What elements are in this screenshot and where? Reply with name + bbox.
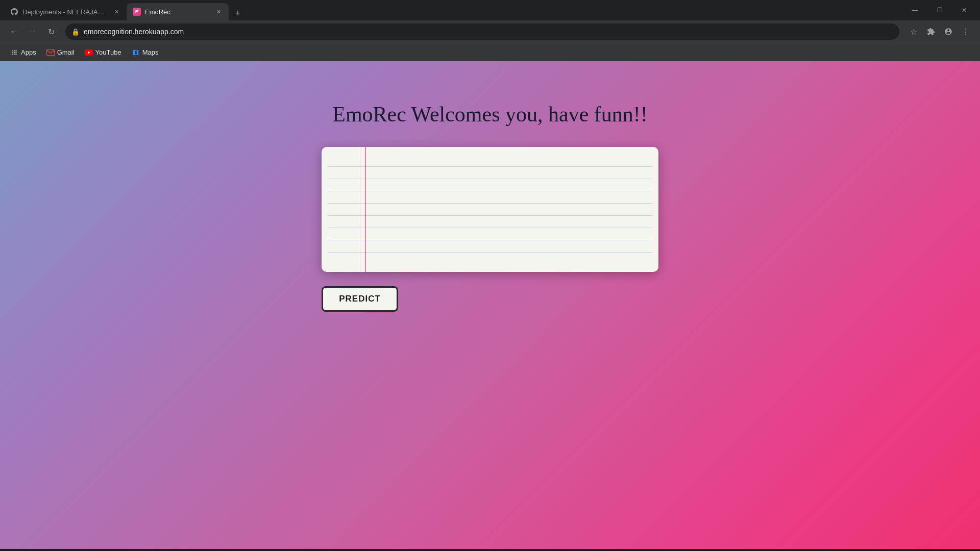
profile-button[interactable] (940, 23, 957, 40)
tab-deployments-close[interactable]: ✕ (112, 8, 120, 16)
emorec-favicon-icon: E (133, 8, 141, 16)
tab-emorec-title: EmoRec (145, 8, 210, 16)
tab-deployments[interactable]: Deployments - NEERAJAP2001/E... ✕ (4, 3, 127, 20)
tab-emorec[interactable]: E EmoRec ✕ (127, 3, 229, 20)
lock-icon: 🔒 (71, 28, 80, 36)
bookmark-youtube[interactable]: YouTube (81, 46, 126, 59)
welcome-title: EmoRec Welcomes you, have funn!! (332, 102, 648, 127)
reload-button[interactable]: ↻ (43, 23, 59, 40)
bookmark-maps[interactable]: Maps (128, 46, 163, 59)
text-input[interactable] (322, 147, 658, 272)
forward-button[interactable]: → (24, 23, 41, 40)
github-favicon-icon (10, 8, 18, 16)
svg-marker-0 (88, 51, 90, 54)
menu-button[interactable]: ⋮ (958, 23, 974, 40)
close-button[interactable]: ✕ (952, 2, 976, 18)
maps-icon (132, 48, 140, 57)
bookmarks-bar: Apps Gmail YouTube (0, 43, 980, 61)
bookmark-gmail[interactable]: Gmail (42, 46, 79, 59)
back-button[interactable]: ← (6, 23, 22, 40)
address-bar[interactable]: 🔒 emorecognition.herokuapp.com (65, 23, 899, 40)
bookmark-youtube-label: YouTube (95, 48, 121, 56)
browser-chrome: Deployments - NEERAJAP2001/E... ✕ E EmoR… (0, 0, 980, 61)
bookmark-star-button[interactable]: ☆ (905, 23, 922, 40)
youtube-icon (85, 48, 93, 57)
tab-emorec-close[interactable]: ✕ (214, 8, 223, 16)
gmail-icon (46, 48, 55, 57)
nav-actions: ☆ ⋮ (905, 23, 974, 40)
predict-button[interactable]: PREDICT (322, 286, 398, 312)
extensions-button[interactable] (923, 23, 939, 40)
apps-grid-icon (10, 48, 18, 57)
new-tab-button[interactable]: + (231, 6, 245, 20)
notepad-container (322, 147, 658, 272)
bookmark-apps[interactable]: Apps (6, 46, 40, 59)
tab-deployments-title: Deployments - NEERAJAP2001/E... (22, 8, 108, 16)
bookmark-apps-label: Apps (21, 48, 36, 56)
tabs-container: Deployments - NEERAJAP2001/E... ✕ E EmoR… (4, 0, 899, 20)
maximize-button[interactable]: ❐ (928, 2, 951, 18)
bookmark-maps-label: Maps (142, 48, 159, 56)
navigation-bar: ← → ↻ 🔒 emorecognition.herokuapp.com ☆ ⋮ (0, 20, 980, 43)
title-bar: Deployments - NEERAJAP2001/E... ✕ E EmoR… (0, 0, 980, 20)
window-controls: — ❐ ✕ (899, 2, 976, 18)
minimize-button[interactable]: — (903, 2, 927, 18)
bookmark-gmail-label: Gmail (57, 48, 75, 56)
page-content: EmoRec Welcomes you, have funn!! PREDICT (0, 61, 980, 549)
url-text: emorecognition.herokuapp.com (84, 28, 893, 36)
